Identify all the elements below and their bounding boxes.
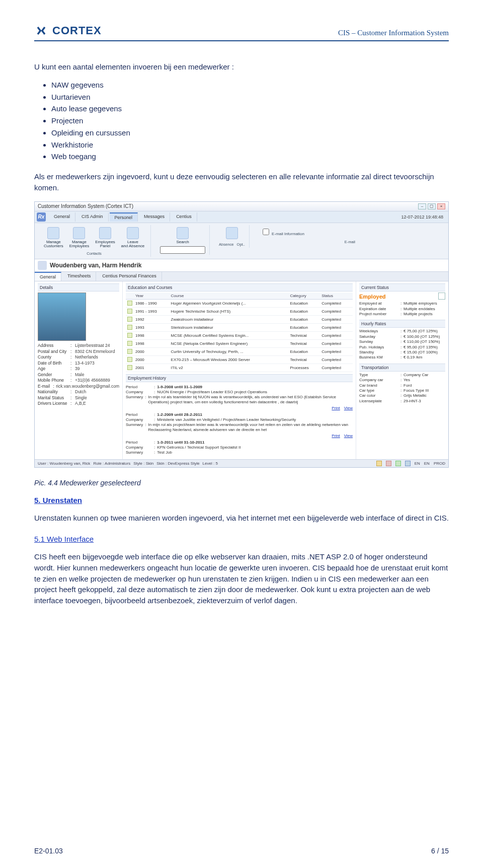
section-5-text: Urenstaten kunnen op twee manieren worde… bbox=[34, 513, 449, 524]
emp-tab[interactable]: Timesheets bbox=[62, 272, 96, 281]
table-row[interactable]: 1998MCSE (Microsoft Certified Systems En… bbox=[126, 332, 353, 340]
ribbon-contacts-label: Contacts bbox=[87, 251, 102, 256]
edu-col-header[interactable]: Course bbox=[170, 293, 289, 300]
kv-row: Weekdays:€ 75,00 (OT 125%) bbox=[359, 329, 445, 334]
edu-col-header[interactable]: Status bbox=[320, 293, 353, 300]
email-info-box[interactable] bbox=[263, 229, 269, 235]
table-row[interactable]: 2001ITIL v2ProcessesCompleted bbox=[126, 364, 353, 372]
maximize-icon[interactable]: ▢ bbox=[428, 203, 436, 209]
ribbon-button[interactable]: EmployeesPanel bbox=[93, 226, 117, 250]
ribbon-group-email: E-mail Information E-mail bbox=[255, 225, 445, 245]
view-link[interactable]: View bbox=[344, 406, 353, 410]
ribbon-icon bbox=[47, 227, 59, 239]
employee-name: Woudenberg van, Harm Hendrik bbox=[50, 262, 141, 269]
ribbon-icon bbox=[99, 227, 111, 239]
table-row[interactable]: 1992Zwakstroom installateurEducationComp… bbox=[126, 316, 353, 324]
email-info-checkbox[interactable]: E-mail Information bbox=[259, 226, 306, 238]
kv-row: Car brand:Ford bbox=[359, 383, 445, 388]
table-row[interactable]: 1986 - 1990Hoger Algemeen Voortgezet Ond… bbox=[126, 300, 353, 308]
kv-row: Pub. Holidays:€ 95,00 (OT 135%) bbox=[359, 345, 445, 350]
app-screenshot: Customer Information System (Cortex ICT)… bbox=[34, 201, 449, 468]
bullet-item: Projecten bbox=[51, 115, 449, 126]
figure-caption: Pic. 4.4 Medewerker geselecteerd bbox=[34, 479, 449, 487]
search-button[interactable]: Search bbox=[174, 226, 191, 245]
emp-tab[interactable]: Centius Personal Finances bbox=[97, 272, 162, 281]
table-row[interactable]: 2000Curtin University of Technology, Per… bbox=[126, 348, 353, 356]
top-datetime: 12-07-2012 19:48:48 bbox=[401, 214, 443, 220]
detail-row: Gender:Male bbox=[38, 372, 119, 378]
history-item: Period:1-9-2008 until 31-1-2009Company:N… bbox=[126, 385, 353, 410]
table-row[interactable]: 1991 - 1993Hogere Technische School (HTS… bbox=[126, 308, 353, 316]
emp-tab[interactable]: General bbox=[35, 272, 61, 281]
logo-text: CORTEX bbox=[52, 24, 102, 37]
kv-row: Car type:Focus Type III bbox=[359, 388, 445, 393]
header-subtitle: CIS – Customer Information System bbox=[338, 29, 449, 37]
row-icon bbox=[127, 365, 132, 370]
ribbon-icon bbox=[127, 227, 139, 239]
topnav-item[interactable]: Personel bbox=[110, 212, 138, 222]
detail-row: Address:Lijsterbesstraat 24 bbox=[38, 343, 119, 348]
row-icon bbox=[127, 317, 132, 322]
top-nav: GeneralCIS AdminPersonelMessagesCentius bbox=[49, 212, 401, 222]
detail-row: Marital Status:Single bbox=[38, 395, 119, 401]
sb-icon[interactable] bbox=[386, 461, 391, 466]
kv-row: Standby:€ 15,00 (OT 100%) bbox=[359, 350, 445, 355]
kv-row: Company car:Yes bbox=[359, 378, 445, 383]
ribbon: ManageCustomersManageEmployeesEmployeesP… bbox=[35, 223, 448, 260]
edu-col-header[interactable]: Year bbox=[134, 293, 170, 300]
topnav-item[interactable]: Messages bbox=[139, 212, 170, 222]
minimize-icon[interactable]: – bbox=[418, 203, 426, 209]
detail-row: Nationality:Dutch bbox=[38, 389, 119, 395]
ribbon-button[interactable]: Leaveand Absence bbox=[119, 226, 146, 250]
ribbon-icon bbox=[73, 227, 85, 239]
row-icon bbox=[127, 301, 132, 306]
sb-icon[interactable] bbox=[376, 461, 382, 466]
row-icon bbox=[127, 309, 132, 314]
table-row[interactable]: 2000EX70-215 – Microsoft Windows 2000 Se… bbox=[126, 356, 353, 364]
view-link[interactable]: View bbox=[344, 433, 353, 438]
absence-icon bbox=[226, 227, 238, 239]
sb-icon[interactable] bbox=[405, 461, 411, 466]
kv-row: Employed at:Multiple employers bbox=[359, 301, 445, 306]
row-icon bbox=[127, 333, 132, 338]
row-icon bbox=[127, 349, 132, 354]
search-icon bbox=[177, 227, 189, 239]
history-header: Employment History bbox=[126, 374, 353, 382]
footer-left: E2-01.03 bbox=[34, 847, 63, 855]
print-link[interactable]: Print bbox=[332, 433, 340, 438]
education-header: Education and Courses bbox=[126, 283, 353, 292]
detail-row: Drivers License:A,B,E bbox=[38, 401, 119, 406]
rates-header: Hourly Rates bbox=[359, 320, 445, 328]
topnav-item[interactable]: Centius bbox=[171, 212, 197, 222]
footer-right: 6 / 15 bbox=[431, 847, 449, 855]
history-item: Period:1-2-2009 until 28-2-2011Company:M… bbox=[126, 412, 353, 438]
table-row[interactable]: 1993Sterkstroom installateurEducationCom… bbox=[126, 324, 353, 332]
logo-mark-icon bbox=[34, 25, 48, 36]
row-icon bbox=[127, 341, 132, 346]
search-input[interactable] bbox=[160, 246, 205, 254]
section-5-1-title: 5.1 Web Interface bbox=[34, 535, 449, 543]
close-icon[interactable]: × bbox=[437, 203, 445, 209]
topnav-item[interactable]: CIS Admin bbox=[76, 212, 109, 222]
detail-row: Postal and City:8302 CN Emmeloord bbox=[38, 349, 119, 354]
kv-row: Project number:Multiple projects bbox=[359, 312, 445, 317]
ribbon-button[interactable]: ManageEmployees bbox=[67, 226, 92, 250]
bullet-item: Uurtarieven bbox=[51, 92, 449, 103]
ribbon-button[interactable]: ManageCustomers bbox=[42, 226, 65, 250]
education-table: YearCourseCategoryStatus 1986 - 1990Hoge… bbox=[126, 293, 353, 372]
sb-icon[interactable] bbox=[395, 461, 401, 466]
print-link[interactable]: Print bbox=[332, 406, 340, 410]
intro-bullets: NAW gegevensUurtarievenAuto lease gegeve… bbox=[51, 80, 449, 162]
kv-row: Licenseplate:29-HNT-3 bbox=[359, 399, 445, 404]
app-badge-icon: Rx bbox=[37, 212, 46, 222]
section-5-title: 5. Urenstaten bbox=[34, 496, 449, 504]
employee-header: Woudenberg van, Harm Hendrik bbox=[35, 259, 448, 272]
history-item: Period:1-3-2011 until 31-10-2011Company:… bbox=[126, 440, 353, 455]
topnav-item[interactable]: General bbox=[49, 212, 75, 222]
edu-col-header[interactable]: Category bbox=[288, 293, 320, 300]
kv-row: Business KM:€ 0,19 /km bbox=[359, 355, 445, 360]
add-status-icon[interactable] bbox=[438, 293, 445, 300]
avatar-icon bbox=[38, 261, 47, 270]
table-row[interactable]: 1998NCSE (Netopia Certified System Engin… bbox=[126, 340, 353, 348]
detail-row: Age:39 bbox=[38, 366, 119, 372]
